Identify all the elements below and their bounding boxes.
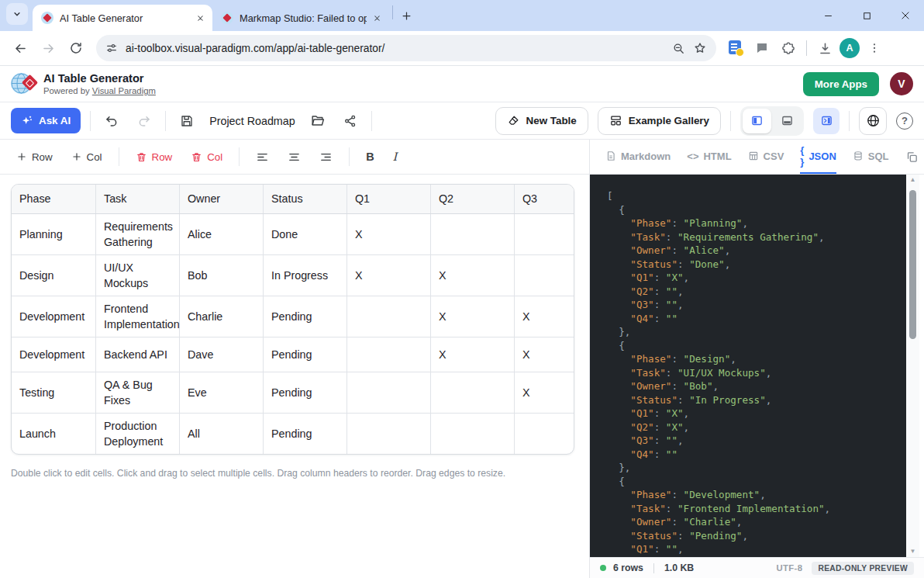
table-cell[interactable]: Pending [264, 337, 347, 372]
column-header[interactable]: Phase [12, 185, 96, 213]
table-cell[interactable]: Frontend Implementation [96, 296, 180, 337]
tab-markdown[interactable]: Markdown [605, 140, 671, 174]
add-row-button[interactable]: Row [9, 145, 60, 168]
copy-icon[interactable] [905, 151, 919, 164]
table-cell[interactable]: X [431, 296, 515, 337]
address-bar[interactable]: ai-toolbox.visual-paradigm.com/app/ai-ta… [96, 35, 716, 61]
visual-paradigm-link[interactable]: Visual Paradigm [92, 86, 156, 95]
align-center-button[interactable] [281, 145, 308, 168]
new-tab-button[interactable] [396, 5, 416, 26]
table-cell[interactable]: Requirements Gathering [96, 214, 180, 254]
table-cell[interactable]: Planning [12, 214, 96, 254]
table-cell[interactable] [347, 337, 431, 372]
browser-menu-icon[interactable] [863, 36, 886, 60]
browser-tab-inactive[interactable]: Markmap Studio: Failed to oper [212, 5, 389, 31]
zoom-out-icon[interactable] [672, 42, 685, 55]
redo-button[interactable] [133, 109, 156, 133]
reload-button[interactable] [64, 36, 88, 61]
browser-profile-avatar[interactable]: A [840, 38, 860, 58]
collapse-panel-button[interactable] [813, 108, 840, 134]
window-close-button[interactable] [898, 8, 913, 23]
document-title[interactable]: Project Roadmap [209, 115, 295, 127]
table-cell[interactable]: Bob [180, 255, 264, 296]
table-cell[interactable]: Dave [180, 337, 264, 372]
column-header[interactable]: Task [96, 185, 180, 213]
table-cell[interactable]: X [515, 337, 574, 372]
align-left-button[interactable] [249, 145, 276, 168]
table-cell[interactable]: X [347, 255, 431, 296]
table-cell[interactable]: In Progress [264, 255, 347, 296]
column-header[interactable]: Q3 [515, 185, 574, 213]
close-tab-icon[interactable] [373, 14, 381, 22]
table-cell[interactable] [431, 214, 515, 254]
save-button[interactable] [175, 109, 198, 133]
horizontal-split-toggle[interactable] [773, 109, 802, 133]
table-cell[interactable]: X [515, 296, 574, 337]
bold-button[interactable]: B [359, 145, 381, 168]
example-gallery-button[interactable]: Example Gallery [598, 107, 721, 135]
url-text[interactable]: ai-toolbox.visual-paradigm.com/app/ai-ta… [126, 43, 664, 54]
table-cell[interactable] [347, 296, 431, 337]
table-cell[interactable] [515, 214, 574, 254]
tab-html[interactable]: <> HTML [687, 140, 731, 174]
table-cell[interactable]: Design [12, 255, 96, 296]
italic-button[interactable]: I [386, 145, 405, 168]
add-col-button[interactable]: Col [64, 145, 109, 168]
share-button[interactable] [339, 109, 362, 133]
help-button[interactable]: ? [896, 112, 913, 130]
scroll-down-arrow[interactable]: ▼ [910, 546, 916, 557]
table-cell[interactable]: All [180, 414, 264, 454]
scrollbar-thumb[interactable] [909, 190, 916, 339]
table-cell[interactable]: Eve [180, 372, 264, 413]
tab-sql[interactable]: SQL [853, 140, 889, 174]
table-cell[interactable]: Done [264, 214, 347, 254]
back-button[interactable] [8, 36, 33, 61]
table-cell[interactable]: Charlie [180, 296, 264, 337]
window-minimize-button[interactable] [820, 8, 836, 23]
close-tab-icon[interactable] [196, 14, 205, 22]
table-cell[interactable] [515, 255, 574, 296]
table-cell[interactable]: Pending [264, 414, 347, 454]
tab-search-button[interactable] [6, 3, 28, 25]
table-cell[interactable]: Pending [264, 296, 347, 337]
table-cell[interactable]: Backend API [96, 337, 180, 372]
table-cell[interactable]: QA & Bug Fixes [96, 372, 180, 413]
language-button[interactable] [859, 107, 887, 135]
more-apps-button[interactable]: More Apps [803, 72, 879, 96]
column-header[interactable]: Q1 [347, 185, 431, 213]
table-cell[interactable]: Development [12, 337, 96, 372]
undo-button[interactable] [100, 109, 123, 133]
site-settings-icon[interactable] [105, 42, 118, 54]
table-cell[interactable]: Launch [12, 414, 96, 454]
reading-list-icon[interactable] [724, 36, 747, 60]
table-cell[interactable]: X [431, 255, 515, 296]
forward-button[interactable] [36, 36, 60, 61]
table-cell[interactable]: X [347, 214, 431, 254]
open-folder-button[interactable] [306, 109, 329, 133]
table-cell[interactable]: Development [12, 296, 96, 337]
account-avatar[interactable]: V [890, 72, 913, 95]
scroll-up-arrow[interactable]: ▲ [910, 175, 916, 185]
table-cell[interactable]: X [515, 372, 574, 413]
ask-ai-button[interactable]: Ask AI [11, 108, 81, 133]
table-cell[interactable]: UI/UX Mockups [96, 255, 180, 296]
vertical-split-toggle[interactable] [743, 109, 771, 133]
table-cell[interactable] [347, 414, 431, 454]
table-cell[interactable]: Production Deployment [96, 414, 180, 454]
table-cell[interactable] [347, 372, 431, 413]
table-cell[interactable]: Testing [12, 372, 96, 413]
tab-json[interactable]: { } JSON [800, 140, 836, 174]
window-maximize-button[interactable] [859, 8, 874, 23]
tab-csv[interactable]: CSV [748, 140, 784, 174]
scrollbar[interactable]: ▲ ▼ [906, 175, 919, 557]
table-cell[interactable]: Pending [264, 372, 347, 413]
table-cell[interactable] [431, 414, 515, 454]
bookmark-star-icon[interactable] [693, 41, 707, 55]
extensions-icon[interactable] [777, 36, 800, 60]
delete-row-button[interactable]: Row [129, 145, 180, 168]
table-cell[interactable]: X [431, 337, 515, 372]
column-header[interactable]: Q2 [431, 185, 515, 213]
column-header[interactable]: Owner [180, 185, 264, 213]
column-header[interactable]: Status [264, 185, 347, 213]
align-right-button[interactable] [312, 145, 340, 168]
